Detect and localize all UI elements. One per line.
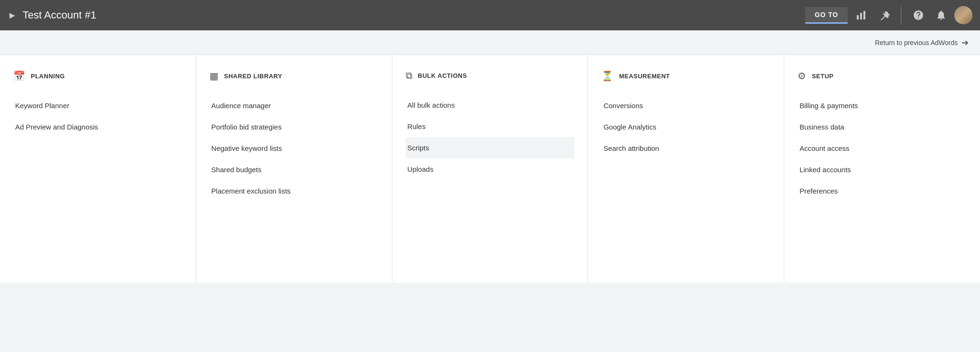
- setup-items: Billing & paymentsBusiness dataAccount a…: [798, 95, 967, 202]
- menu-item-portfolio-bid-strategies[interactable]: Portfolio bid strategies: [209, 116, 379, 138]
- account-title: Test Account #1: [23, 9, 96, 21]
- measurement-items: ConversionsGoogle AnalyticsSearch attrib…: [601, 95, 771, 159]
- svg-rect-1: [860, 13, 862, 19]
- planning-icon: 📅: [13, 70, 25, 82]
- return-arrow-icon: ➔: [962, 37, 969, 48]
- section-header-bulk-actions: ⧉BULK ACTIONS: [406, 70, 575, 81]
- menu-item-shared-budgets[interactable]: Shared budgets: [209, 159, 379, 180]
- menu-item-keyword-planner[interactable]: Keyword Planner: [13, 95, 182, 116]
- wrench-icon: [878, 9, 889, 21]
- tools-icon-button[interactable]: [874, 6, 893, 25]
- planning-items: Keyword PlannerAd Preview and Diagnosis: [13, 95, 182, 138]
- menu-item-all-bulk-actions[interactable]: All bulk actions: [406, 94, 575, 116]
- shared-library-icon: ▦: [209, 70, 218, 82]
- top-bar-left: ► Test Account #1: [8, 9, 805, 21]
- bulk-actions-title: BULK ACTIONS: [418, 72, 467, 79]
- section-measurement: ⏳MEASUREMENTConversionsGoogle AnalyticsS…: [588, 55, 784, 283]
- go-to-button[interactable]: GO TO: [805, 7, 848, 24]
- bar-chart-icon: [855, 9, 867, 21]
- menu-item-rules[interactable]: Rules: [406, 116, 575, 137]
- bulk-actions-items: All bulk actionsRulesScriptsUploads: [406, 94, 575, 180]
- shared-library-title: SHARED LIBRARY: [224, 73, 282, 80]
- user-avatar[interactable]: [954, 6, 972, 24]
- reports-icon-button[interactable]: [852, 6, 871, 25]
- expand-nav-icon[interactable]: ►: [8, 10, 17, 21]
- top-bar-right: GO TO: [805, 6, 972, 25]
- section-setup: ⚙SETUPBilling & paymentsBusiness dataAcc…: [784, 55, 980, 283]
- setup-icon: ⚙: [798, 70, 806, 82]
- notifications-icon-button[interactable]: [932, 6, 951, 25]
- section-header-planning: 📅PLANNING: [13, 70, 182, 82]
- section-planning: 📅PLANNINGKeyword PlannerAd Preview and D…: [0, 55, 196, 283]
- section-header-measurement: ⏳MEASUREMENT: [601, 70, 771, 82]
- section-bulk-actions: ⧉BULK ACTIONSAll bulk actionsRulesScript…: [392, 55, 589, 283]
- measurement-title: MEASUREMENT: [619, 73, 670, 80]
- measurement-icon: ⏳: [601, 70, 613, 82]
- section-shared-library: ▦SHARED LIBRARYAudience managerPortfolio…: [196, 55, 392, 283]
- avatar-image: [954, 6, 972, 24]
- menu-item-scripts[interactable]: Scripts: [406, 137, 575, 158]
- menu-item-billing-and-payments[interactable]: Billing & payments: [798, 95, 967, 116]
- menu-item-preferences[interactable]: Preferences: [798, 180, 967, 202]
- question-mark-icon: [913, 9, 924, 21]
- return-bar: Return to previous AdWords ➔: [0, 30, 980, 55]
- svg-rect-2: [863, 11, 865, 19]
- shared-library-items: Audience managerPortfolio bid strategies…: [209, 95, 379, 202]
- menu-item-search-attribution[interactable]: Search attribution: [601, 138, 771, 159]
- menu-item-conversions[interactable]: Conversions: [601, 95, 771, 116]
- setup-title: SETUP: [812, 73, 834, 80]
- section-header-setup: ⚙SETUP: [798, 70, 967, 82]
- menu-item-linked-accounts[interactable]: Linked accounts: [798, 159, 967, 180]
- return-label: Return to previous AdWords: [875, 39, 958, 46]
- svg-rect-0: [857, 15, 859, 19]
- return-to-adwords-link[interactable]: Return to previous AdWords ➔: [875, 37, 969, 48]
- section-header-shared-library: ▦SHARED LIBRARY: [209, 70, 379, 82]
- menu-item-audience-manager[interactable]: Audience manager: [209, 95, 379, 116]
- help-icon-button[interactable]: [909, 6, 928, 25]
- menu-item-ad-preview-and-diagnosis[interactable]: Ad Preview and Diagnosis: [13, 116, 182, 138]
- menu-item-placement-exclusion-lists[interactable]: Placement exclusion lists: [209, 180, 379, 202]
- top-bar: ► Test Account #1 GO TO: [0, 0, 980, 30]
- menu-item-negative-keyword-lists[interactable]: Negative keyword lists: [209, 138, 379, 159]
- planning-title: PLANNING: [31, 73, 65, 80]
- nav-divider: [901, 7, 901, 24]
- bulk-actions-icon: ⧉: [406, 70, 412, 81]
- menu-item-business-data[interactable]: Business data: [798, 116, 967, 138]
- menu-item-account-access[interactable]: Account access: [798, 138, 967, 159]
- main-menu: 📅PLANNINGKeyword PlannerAd Preview and D…: [0, 55, 980, 283]
- menu-item-uploads[interactable]: Uploads: [406, 158, 575, 180]
- menu-item-google-analytics[interactable]: Google Analytics: [601, 116, 771, 138]
- bell-icon: [935, 9, 947, 21]
